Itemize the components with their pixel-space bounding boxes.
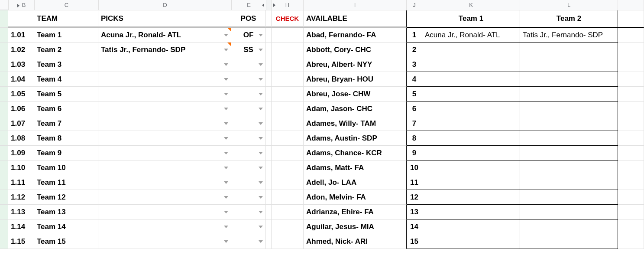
- cell-pick-number[interactable]: 1.06: [8, 102, 34, 116]
- cell-pos[interactable]: [231, 175, 266, 190]
- cell-extra[interactable]: [618, 28, 644, 43]
- expand-right-icon[interactable]: [273, 3, 275, 7]
- cell-k[interactable]: [422, 57, 520, 72]
- dropdown-icon[interactable]: [259, 49, 263, 51]
- col-header-e[interactable]: E: [232, 0, 266, 10]
- cell-pos[interactable]: [231, 234, 266, 249]
- cell-pick-number[interactable]: 1.09: [8, 146, 34, 160]
- cell-gap[interactable]: [266, 175, 272, 190]
- expand-right-icon[interactable]: [17, 4, 19, 7]
- cell-k[interactable]: [422, 219, 520, 234]
- cell-pos[interactable]: [231, 190, 266, 205]
- cell-pos[interactable]: OF: [231, 28, 266, 43]
- dropdown-icon[interactable]: [259, 137, 263, 140]
- dropdown-icon[interactable]: [224, 152, 228, 154]
- cell-extra[interactable]: [618, 205, 644, 219]
- cell-l[interactable]: [520, 43, 618, 57]
- col-header-i[interactable]: I: [304, 0, 407, 10]
- dropdown-icon[interactable]: [224, 226, 228, 228]
- cell-team[interactable]: Team 8: [34, 131, 98, 146]
- cell-j[interactable]: 2: [407, 43, 422, 57]
- dropdown-icon[interactable]: [224, 49, 228, 51]
- note-indicator-icon[interactable]: [227, 28, 231, 31]
- cell-pos[interactable]: [231, 87, 266, 102]
- cell-team[interactable]: Team 14: [34, 219, 98, 234]
- cell-check[interactable]: [272, 205, 304, 219]
- cell-gap[interactable]: [266, 219, 272, 234]
- cell-pick[interactable]: [98, 175, 231, 190]
- header-pos[interactable]: POS: [231, 10, 266, 28]
- cell-check[interactable]: [272, 28, 304, 43]
- cell-j[interactable]: 15: [407, 234, 422, 249]
- cell-l[interactable]: [520, 146, 618, 160]
- cell-k[interactable]: [422, 190, 520, 205]
- cell-pos[interactable]: [231, 205, 266, 219]
- header-team2[interactable]: Team 2: [520, 10, 618, 28]
- cell-j[interactable]: 1: [407, 28, 422, 43]
- cell-extra[interactable]: [618, 175, 644, 190]
- cell-check[interactable]: [272, 87, 304, 102]
- dropdown-icon[interactable]: [259, 240, 263, 243]
- dropdown-icon[interactable]: [259, 93, 263, 95]
- cell-pick-number[interactable]: 1.08: [8, 131, 34, 146]
- col-header-h[interactable]: H: [272, 0, 304, 10]
- col-header-j[interactable]: J: [407, 0, 422, 10]
- col-header-m[interactable]: [618, 0, 644, 10]
- dropdown-icon[interactable]: [259, 108, 263, 110]
- dropdown-icon[interactable]: [224, 63, 228, 66]
- dropdown-icon[interactable]: [224, 240, 228, 243]
- dropdown-icon[interactable]: [259, 63, 263, 66]
- header-available[interactable]: AVAILABLE: [304, 10, 407, 28]
- cell-pick-number[interactable]: 1.03: [8, 57, 34, 72]
- row-header[interactable]: [0, 175, 8, 190]
- cell-team[interactable]: Team 3: [34, 57, 98, 72]
- cell-pick-number[interactable]: 1.07: [8, 116, 34, 131]
- cell-check[interactable]: [272, 160, 304, 175]
- cell-pos[interactable]: [231, 219, 266, 234]
- cell-pos[interactable]: [231, 102, 266, 116]
- cell-k[interactable]: [422, 116, 520, 131]
- cell-pos[interactable]: [231, 116, 266, 131]
- cell-j[interactable]: 4: [407, 72, 422, 87]
- cell-k[interactable]: [422, 160, 520, 175]
- cell-available[interactable]: Adams, Austin- SDP: [304, 131, 407, 146]
- col-group-collapsed[interactable]: [266, 0, 272, 10]
- cell-check[interactable]: [272, 131, 304, 146]
- cell-pick-number[interactable]: 1.14: [8, 219, 34, 234]
- cell-gap[interactable]: [266, 87, 272, 102]
- cell-gap[interactable]: [266, 190, 272, 205]
- cell-pick[interactable]: [98, 219, 231, 234]
- cell-k[interactable]: Acuna Jr., Ronald- ATL: [422, 28, 520, 43]
- cell-available[interactable]: Adams, Matt- FA: [304, 160, 407, 175]
- cell-check[interactable]: [272, 175, 304, 190]
- header-picks[interactable]: PICKS: [98, 10, 231, 28]
- cell-k[interactable]: [422, 87, 520, 102]
- cell-j[interactable]: 11: [407, 175, 422, 190]
- cell-pick-number[interactable]: 1.15: [8, 234, 34, 249]
- dropdown-icon[interactable]: [259, 122, 263, 125]
- cell-pick-number[interactable]: 1.02: [8, 43, 34, 57]
- cell-check[interactable]: [272, 190, 304, 205]
- dropdown-icon[interactable]: [224, 196, 228, 199]
- dropdown-icon[interactable]: [259, 196, 263, 199]
- cell-pick[interactable]: [98, 57, 231, 72]
- cell-extra[interactable]: [618, 72, 644, 87]
- cell-extra[interactable]: [618, 87, 644, 102]
- cell-available[interactable]: Adames, Willy- TAM: [304, 116, 407, 131]
- cell-l[interactable]: [520, 87, 618, 102]
- cell-pos[interactable]: [231, 131, 266, 146]
- header-extra[interactable]: [618, 10, 644, 28]
- cell-gap[interactable]: [266, 160, 272, 175]
- cell-l[interactable]: [520, 72, 618, 87]
- cell-available[interactable]: Adell, Jo- LAA: [304, 175, 407, 190]
- dropdown-icon[interactable]: [259, 34, 263, 36]
- cell-pick-number[interactable]: 1.01: [8, 28, 34, 43]
- cell-j[interactable]: 5: [407, 87, 422, 102]
- cell-k[interactable]: [422, 205, 520, 219]
- cell-team[interactable]: Team 10: [34, 160, 98, 175]
- row-header[interactable]: [0, 131, 8, 146]
- cell-gap[interactable]: [266, 102, 272, 116]
- cell-available[interactable]: Ahmed, Nick- ARI: [304, 234, 407, 249]
- cell-team[interactable]: Team 12: [34, 190, 98, 205]
- cell-extra[interactable]: [618, 102, 644, 116]
